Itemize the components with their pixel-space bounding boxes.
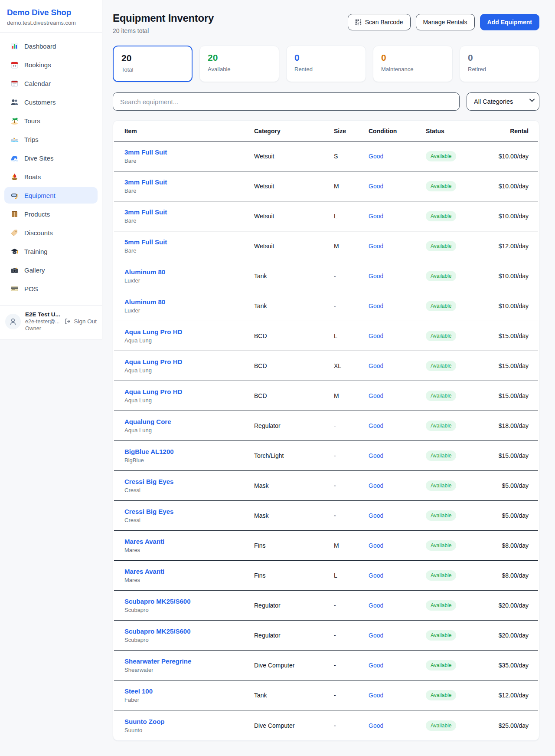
category-cell: Tank xyxy=(254,692,334,699)
sidebar-item-training[interactable]: Training xyxy=(4,243,98,260)
item-name-link[interactable]: Mares Avanti xyxy=(124,538,254,545)
status-badge: Available xyxy=(426,331,456,341)
stat-card-available[interactable]: 20 Available xyxy=(199,46,279,82)
people-icon xyxy=(10,98,19,106)
item-name-link[interactable]: Shearwater Peregrine xyxy=(124,657,254,665)
scan-barcode-button[interactable]: Scan Barcode xyxy=(348,14,411,30)
item-brand: Faber xyxy=(124,697,254,703)
table-row: Mares Avanti Mares Fins M Good Available… xyxy=(114,531,538,561)
item-name-link[interactable]: Scubapro MK25/S600 xyxy=(124,598,254,605)
sidebar-item-discounts[interactable]: Discounts xyxy=(4,224,98,241)
table-row: Steel 100 Faber Tank - Good Available $1… xyxy=(114,680,538,710)
status-badge: Available xyxy=(426,241,456,251)
item-name-link[interactable]: Aluminum 80 xyxy=(124,268,254,276)
item-name-link[interactable]: Aqualung Core xyxy=(124,418,254,425)
item-name-link[interactable]: Cressi Big Eyes xyxy=(124,478,254,485)
condition-link[interactable]: Good xyxy=(369,332,426,339)
manage-rentals-button[interactable]: Manage Rentals xyxy=(416,14,475,30)
item-name-link[interactable]: Suunto Zoop xyxy=(124,718,254,725)
item-name-link[interactable]: 3mm Full Suit xyxy=(124,148,254,156)
table-row: Aqua Lung Pro HD Aqua Lung BCD XL Good A… xyxy=(114,351,538,381)
sidebar-item-trips[interactable]: Trips xyxy=(4,131,98,148)
status-badge: Available xyxy=(426,301,456,311)
table-row: Aluminum 80 Luxfer Tank - Good Available… xyxy=(114,261,538,291)
sidebar-item-bookings[interactable]: 17 Bookings xyxy=(4,56,98,73)
condition-link[interactable]: Good xyxy=(369,722,426,729)
item-name-link[interactable]: Aluminum 80 xyxy=(124,298,254,306)
camera-icon xyxy=(10,266,19,274)
stat-card-retired[interactable]: 0 Retired xyxy=(460,46,539,82)
condition-link[interactable]: Good xyxy=(369,183,426,190)
main-content: Equipment Inventory 20 items total Scan … xyxy=(102,0,555,754)
item-name-link[interactable]: Aqua Lung Pro HD xyxy=(124,358,254,365)
item-name-link[interactable]: 5mm Full Suit xyxy=(124,238,254,246)
condition-link[interactable]: Good xyxy=(369,273,426,279)
item-cell: Scubapro MK25/S600 Scubapro xyxy=(124,598,254,613)
condition-link[interactable]: Good xyxy=(369,662,426,669)
sidebar-item-tours[interactable]: Tours xyxy=(4,112,98,129)
item-name-link[interactable]: Cressi Big Eyes xyxy=(124,508,254,515)
condition-link[interactable]: Good xyxy=(369,213,426,220)
sidebar-item-products[interactable]: Products xyxy=(4,206,98,222)
item-name-link[interactable]: BigBlue AL1200 xyxy=(124,448,254,455)
sidebar-item-pos[interactable]: POS xyxy=(4,280,98,297)
stat-card-maintenance[interactable]: 0 Maintenance xyxy=(373,46,453,82)
condition-link[interactable]: Good xyxy=(369,542,426,549)
bar-chart-icon xyxy=(10,42,19,50)
condition-link[interactable]: Good xyxy=(369,632,426,639)
size-cell: - xyxy=(334,273,369,279)
condition-link[interactable]: Good xyxy=(369,302,426,309)
item-cell: Aluminum 80 Luxfer xyxy=(124,268,254,284)
status-cell: Available xyxy=(426,600,495,611)
condition-link[interactable]: Good xyxy=(369,362,426,369)
item-name-link[interactable]: Scubapro MK25/S600 xyxy=(124,628,254,635)
rental-cell: $10.00/day xyxy=(495,273,529,279)
sidebar-item-label: Training xyxy=(24,248,48,255)
item-name-link[interactable]: Steel 100 xyxy=(124,687,254,695)
sidebar-item-dive-sites[interactable]: Dive Sites xyxy=(4,150,98,166)
condition-link[interactable]: Good xyxy=(369,602,426,609)
rental-cell: $35.00/day xyxy=(495,662,529,669)
size-cell: - xyxy=(334,302,369,309)
condition-link[interactable]: Good xyxy=(369,243,426,250)
rental-cell: $10.00/day xyxy=(495,213,529,220)
stat-card-rented[interactable]: 0 Rented xyxy=(286,46,366,82)
user-email: e2e-tester@... xyxy=(25,319,60,325)
sidebar-item-gallery[interactable]: Gallery xyxy=(4,262,98,278)
add-equipment-button[interactable]: Add Equipment xyxy=(480,14,539,30)
stat-card-total[interactable]: 20 Total xyxy=(113,46,193,82)
category-select[interactable]: All Categories xyxy=(467,92,539,111)
sidebar-item-dashboard[interactable]: Dashboard xyxy=(4,38,98,54)
item-name-link[interactable]: 3mm Full Suit xyxy=(124,178,254,186)
column-header-condition: Condition xyxy=(369,128,426,135)
search-input[interactable] xyxy=(113,92,460,111)
condition-link[interactable]: Good xyxy=(369,452,426,459)
condition-link[interactable]: Good xyxy=(369,482,426,489)
sidebar-item-customers[interactable]: Customers xyxy=(4,94,98,110)
table-row: Mares Avanti Mares Fins L Good Available… xyxy=(114,561,538,591)
condition-link[interactable]: Good xyxy=(369,572,426,579)
item-name-link[interactable]: 3mm Full Suit xyxy=(124,208,254,216)
sidebar-user-footer: E2E Test U... e2e-tester@... Owner Sign … xyxy=(0,305,102,335)
condition-link[interactable]: Good xyxy=(369,392,426,399)
condition-link[interactable]: Good xyxy=(369,153,426,160)
item-cell: Cressi Big Eyes Cressi xyxy=(124,478,254,493)
manage-rentals-label: Manage Rentals xyxy=(423,19,467,26)
size-cell: M xyxy=(334,183,369,190)
item-name-link[interactable]: Mares Avanti xyxy=(124,568,254,575)
status-badge: Available xyxy=(426,271,456,281)
condition-link[interactable]: Good xyxy=(369,422,426,429)
condition-link[interactable]: Good xyxy=(369,512,426,519)
size-cell: M xyxy=(334,392,369,399)
tag-icon xyxy=(10,229,19,237)
sign-out-button[interactable]: Sign Out xyxy=(65,318,97,325)
sidebar-item-equipment[interactable]: Equipment xyxy=(4,187,98,204)
sidebar-item-calendar[interactable]: Calendar xyxy=(4,75,98,92)
item-name-link[interactable]: Aqua Lung Pro HD xyxy=(124,328,254,335)
item-name-link[interactable]: Aqua Lung Pro HD xyxy=(124,388,254,395)
item-brand: Aqua Lung xyxy=(124,397,254,404)
sidebar-item-boats[interactable]: Boats xyxy=(4,168,98,185)
rental-cell: $15.00/day xyxy=(495,452,529,459)
size-cell: L xyxy=(334,572,369,579)
condition-link[interactable]: Good xyxy=(369,692,426,699)
